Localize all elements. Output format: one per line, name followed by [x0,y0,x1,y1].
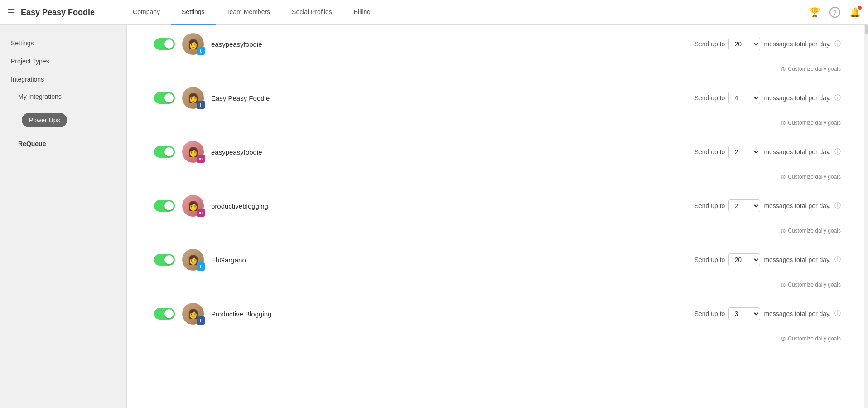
row-right-4: Send up to 213451020 messages total per … [694,199,841,212]
profile-name-6: Productive Blogging [211,310,694,318]
avatar-profile-4: 👩 in [182,195,204,217]
toggle-profile-3[interactable] [154,146,175,158]
profile-row-2: 👩 f Easy Peasy Foodie Send up to 4123510… [127,79,868,117]
customize-row-6: ⊕ Customize daily goals [127,333,868,349]
info-icon-3[interactable]: ⓘ [834,148,841,156]
toggle-profile-6[interactable] [154,308,175,320]
profile-name-2: Easy Peasy Foodie [211,94,694,102]
sidebar: Settings Project Types Integrations My I… [0,25,127,408]
customize-row-1: ⊕ Customize daily goals [127,63,868,79]
profile-row-6: 👩 f Productive Blogging Send up to 31245… [127,295,868,333]
main-content: 👩 t easypeasyfoodie Send up to 201234510… [127,25,868,408]
twitter-badge-5: t [197,262,205,271]
messages-select-4[interactable]: 213451020 [728,199,760,212]
per-day-label-6: messages total per day. [764,310,831,317]
customize-row-4: ⊕ Customize daily goals [127,225,868,241]
per-day-label-1: messages total per day. [764,40,831,48]
profile-row-3: 👩 in easypeasyfoodie Send up to 21345102… [127,133,868,171]
profile-name-3: easypeasyfoodie [211,148,694,156]
customize-plus-icon-4: ⊕ [781,227,786,234]
twitter-badge-1: t [197,47,205,55]
app-title: Easy Peasy Foodie [21,8,95,17]
nav-tabs: Company Settings Team Members Social Pro… [122,0,381,25]
customize-plus-icon-3: ⊕ [781,173,786,180]
toggle-profile-1[interactable] [154,38,175,50]
top-navigation: ☰ Easy Peasy Foodie Company Settings Tea… [0,0,868,25]
customize-row-2: ⊕ Customize daily goals [127,117,868,133]
customize-plus-icon-2: ⊕ [781,119,786,126]
info-icon-1[interactable]: ⓘ [834,40,841,48]
help-icon[interactable]: ? [829,7,840,18]
avatar-profile-3: 👩 in [182,141,204,163]
sidebar-item-my-integrations[interactable]: My Integrations [0,88,126,105]
per-day-label-4: messages total per day. [764,202,831,209]
toggle-profile-2[interactable] [154,92,175,104]
tab-settings[interactable]: Settings [171,0,216,25]
avatar-profile-6: 👩 f [182,303,204,325]
profile-name-4: productiveblogging [211,202,694,210]
info-icon-6[interactable]: ⓘ [834,310,841,318]
scrollbar-thumb[interactable] [865,25,868,34]
send-label-6: Send up to [694,310,725,317]
tab-company[interactable]: Company [122,0,171,25]
send-label-1: Send up to [694,40,725,48]
customize-row-5: ⊕ Customize daily goals [127,279,868,295]
app-layout: Settings Project Types Integrations My I… [0,25,868,408]
messages-select-1[interactable]: 20123451015 [728,38,760,50]
customize-link-1[interactable]: ⊕ Customize daily goals [781,65,841,73]
toggle-profile-4[interactable] [154,200,175,212]
customize-link-3[interactable]: ⊕ Customize daily goals [781,173,841,180]
trophy-icon[interactable]: 🏆 [809,7,820,18]
customize-link-6[interactable]: ⊕ Customize daily goals [781,335,841,342]
sidebar-item-project-types[interactable]: Project Types [0,52,126,70]
customize-plus-icon-6: ⊕ [781,335,786,342]
hamburger-icon[interactable]: ☰ [7,7,15,18]
send-label-3: Send up to [694,148,725,155]
messages-select-6[interactable]: 312451020 [728,307,760,320]
sidebar-item-settings[interactable]: Settings [0,34,126,52]
avatar-profile-5: 👩 t [182,249,204,271]
profile-name-5: EbGargano [211,256,694,264]
avatar-profile-1: 👩 t [182,33,204,55]
sidebar-pill-power-ups[interactable]: Power Ups [22,113,67,127]
per-day-label-5: messages total per day. [764,256,831,263]
facebook-badge-6: f [197,316,205,325]
info-icon-2[interactable]: ⓘ [834,94,841,102]
row-right-3: Send up to 213451020 messages total per … [694,146,841,158]
messages-select-2[interactable]: 412351020 [728,92,760,104]
customize-plus-icon-1: ⊕ [781,65,786,73]
instagram-badge-3: in [197,155,205,163]
info-icon-5[interactable]: ⓘ [834,256,841,264]
per-day-label-2: messages total per day. [764,94,831,102]
messages-select-3[interactable]: 213451020 [728,146,760,158]
messages-select-5[interactable]: 20123451015 [728,253,760,266]
profile-row-5: 👩 t EbGargano Send up to 20123451015 mes… [127,241,868,279]
sidebar-item-integrations[interactable]: Integrations [0,70,126,88]
tab-team-members[interactable]: Team Members [216,0,281,25]
tab-billing[interactable]: Billing [343,0,381,25]
facebook-badge-2: f [197,101,205,109]
send-label-5: Send up to [694,256,725,263]
avatar-profile-2: 👩 f [182,87,204,109]
row-right-5: Send up to 20123451015 messages total pe… [694,253,841,266]
tab-social-profiles[interactable]: Social Profiles [281,0,343,25]
toggle-profile-5[interactable] [154,254,175,266]
top-nav-right: 🏆 ? 🔔 [809,7,861,18]
customize-link-4[interactable]: ⊕ Customize daily goals [781,227,841,234]
notification-dot [858,6,862,10]
customize-row-3: ⊕ Customize daily goals [127,171,868,187]
instagram-badge-4: in [197,209,205,217]
customize-plus-icon-5: ⊕ [781,281,786,288]
customize-link-5[interactable]: ⊕ Customize daily goals [781,281,841,288]
send-label-2: Send up to [694,94,725,102]
scrollbar[interactable] [864,25,868,408]
info-icon-4[interactable]: ⓘ [834,202,841,210]
sidebar-item-requeue[interactable]: ReQueue [0,136,126,152]
per-day-label-3: messages total per day. [764,148,831,155]
profile-row: 👩 t easypeasyfoodie Send up to 201234510… [127,25,868,63]
customize-link-2[interactable]: ⊕ Customize daily goals [781,119,841,126]
row-right-1: Send up to 20123451015 messages total pe… [694,38,841,50]
row-right-6: Send up to 312451020 messages total per … [694,307,841,320]
send-label-4: Send up to [694,202,725,209]
notification-bell-icon[interactable]: 🔔 [849,7,861,18]
